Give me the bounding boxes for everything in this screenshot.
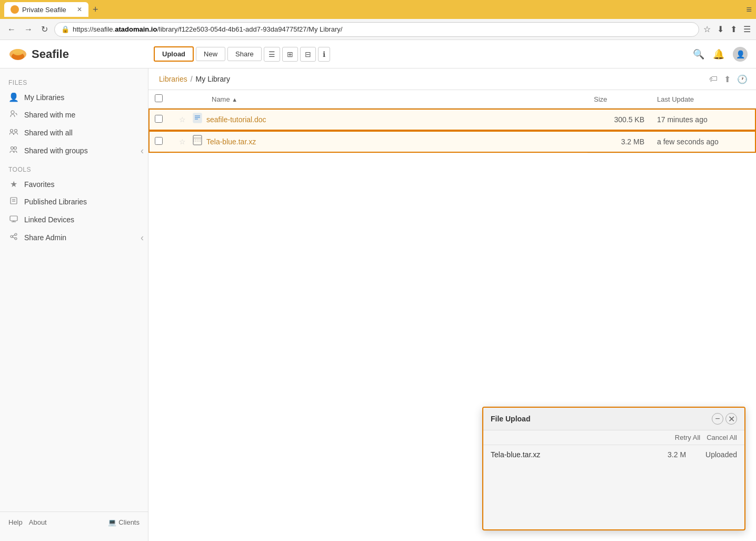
file-table: Name ▲ Size Last Update ☆ bbox=[148, 90, 756, 153]
svg-point-14 bbox=[11, 235, 13, 238]
upload-button[interactable]: Upload bbox=[154, 46, 194, 62]
svg-rect-23 bbox=[193, 135, 202, 145]
sidebar-item-share-admin[interactable]: Share Admin bbox=[0, 229, 148, 247]
svg-line-17 bbox=[13, 235, 15, 236]
svg-point-7 bbox=[14, 147, 17, 150]
svg-rect-8 bbox=[11, 198, 17, 204]
sidebar-content: Files 👤 My Libraries Sh bbox=[0, 77, 148, 251]
new-tab-button[interactable]: + bbox=[93, 4, 98, 15]
upload-file-row: Tela-blue.tar.xz 3.2 M Uploaded bbox=[483, 445, 744, 464]
browser-menu-icon[interactable]: ≡ bbox=[746, 4, 752, 15]
svg-point-15 bbox=[15, 233, 17, 235]
history-icon[interactable]: 🕐 bbox=[737, 74, 748, 84]
svg-point-4 bbox=[11, 130, 13, 132]
grid-view-button[interactable]: ⊞ bbox=[282, 47, 298, 62]
app-logo-text: Seafile bbox=[32, 47, 69, 61]
doc-file-icon bbox=[193, 113, 202, 126]
notifications-icon[interactable]: 🔔 bbox=[713, 48, 724, 60]
bookmark-icon[interactable]: ☆ bbox=[703, 24, 711, 34]
address-bar[interactable]: 🔒 https://seafile.atadomain.io/library/f… bbox=[54, 22, 699, 37]
size-column-header: Size bbox=[588, 90, 651, 109]
upload-dialog: File Upload − ✕ Retry All Cancel All Tel… bbox=[482, 407, 745, 530]
help-link[interactable]: Help bbox=[8, 518, 23, 526]
seafile-logo-icon bbox=[8, 45, 27, 64]
sidebar-item-published-libraries[interactable]: Published Libraries bbox=[0, 193, 148, 211]
my-libraries-label: My Libraries bbox=[24, 93, 64, 102]
tab-close-btn[interactable]: ✕ bbox=[77, 6, 82, 13]
shared-with-me-icon bbox=[8, 110, 19, 120]
tools-section: Tools ★ Favorites Publis bbox=[0, 164, 148, 247]
sidebar-bottom: Help About 💻 Clients bbox=[0, 512, 148, 533]
about-link[interactable]: About bbox=[29, 518, 47, 526]
share-admin-icon bbox=[8, 232, 19, 243]
column-view-button[interactable]: ⊟ bbox=[300, 47, 316, 62]
select-all-checkbox[interactable] bbox=[155, 94, 163, 102]
share-admin-collapse-btn[interactable]: ‹ bbox=[141, 232, 144, 243]
user-avatar[interactable]: 👤 bbox=[733, 47, 748, 62]
clients-label: Clients bbox=[118, 518, 140, 526]
app-header: Seafile Upload New Share ☰ ⊞ ⊟ ℹ 🔍 🔔 👤 bbox=[0, 40, 756, 68]
file-size-0: 300.5 KB bbox=[588, 109, 651, 131]
new-button[interactable]: New bbox=[196, 47, 225, 61]
app-logo: Seafile bbox=[8, 45, 145, 64]
my-libraries-icon: 👤 bbox=[8, 92, 19, 102]
search-icon[interactable]: 🔍 bbox=[693, 48, 704, 60]
cancel-all-button[interactable]: Cancel All bbox=[707, 434, 737, 441]
shared-with-groups-label: Shared with groups bbox=[24, 146, 88, 155]
file-name-0[interactable]: seafile-tutorial.doc bbox=[206, 115, 266, 124]
sidebar-item-share-admin-wrapper: Share Admin ‹ bbox=[0, 229, 148, 247]
sidebar-item-shared-with-groups[interactable]: Shared with groups bbox=[0, 142, 148, 160]
file-name-1[interactable]: Tela-blue.tar.xz bbox=[206, 137, 256, 146]
sidebar-item-linked-devices[interactable]: Linked Devices bbox=[0, 211, 148, 229]
back-button[interactable]: ← bbox=[5, 23, 18, 36]
sidebar-collapse-btn[interactable]: ‹ bbox=[141, 145, 144, 156]
share-admin-label: Share Admin bbox=[24, 233, 66, 242]
forward-button[interactable]: → bbox=[22, 23, 35, 36]
name-column-header: Name ▲ bbox=[170, 90, 588, 109]
file-checkbox-0[interactable] bbox=[155, 115, 163, 123]
breadcrumb-separator: / bbox=[191, 75, 193, 83]
files-heading: Files bbox=[0, 77, 148, 88]
star-icon-0[interactable]: ☆ bbox=[176, 115, 188, 124]
upload-icon[interactable]: ⬆ bbox=[724, 74, 731, 84]
browser-tab[interactable]: Private Seafile ✕ bbox=[4, 2, 88, 17]
sidebar-item-shared-with-all[interactable]: Shared with all bbox=[0, 124, 148, 142]
share-button[interactable]: Share bbox=[227, 47, 262, 61]
url-display: https://seafile.atadomain.io/library/f12… bbox=[73, 25, 342, 33]
reload-button[interactable]: ↻ bbox=[39, 22, 50, 36]
upload-file-size: 3.2 M bbox=[668, 450, 699, 459]
clients-button[interactable]: 💻 Clients bbox=[108, 518, 140, 526]
share-icon[interactable]: ⬆ bbox=[730, 24, 737, 34]
upload-dialog-actions: Retry All Cancel All bbox=[483, 430, 744, 445]
sidebar-item-shared-with-me[interactable]: Shared with me bbox=[0, 106, 148, 124]
tag-icon[interactable]: 🏷 bbox=[709, 74, 718, 84]
upload-dialog-controls: − ✕ bbox=[712, 413, 737, 425]
date-column-header: Last Update bbox=[651, 90, 756, 109]
svg-point-16 bbox=[15, 238, 17, 240]
shared-with-groups-icon bbox=[8, 145, 19, 156]
sidebar-item-favorites[interactable]: ★ Favorites bbox=[0, 175, 148, 193]
upload-dialog-title: File Upload bbox=[491, 415, 530, 423]
file-size-1: 3.2 MB bbox=[588, 131, 651, 153]
pocket-icon[interactable]: ⬇ bbox=[717, 24, 724, 34]
file-checkbox-1[interactable] bbox=[155, 137, 163, 145]
breadcrumb-current: My Library bbox=[196, 75, 230, 83]
published-libraries-icon bbox=[8, 196, 19, 207]
svg-point-3 bbox=[11, 111, 14, 114]
file-date-0: 17 minutes ago bbox=[651, 109, 756, 131]
retry-all-button[interactable]: Retry All bbox=[675, 434, 700, 441]
upload-minimize-button[interactable]: − bbox=[712, 413, 723, 425]
table-row: ☆ seafile-tutorial.doc bbox=[148, 109, 756, 131]
list-view-button[interactable]: ☰ bbox=[264, 47, 280, 62]
shared-with-all-label: Shared with all bbox=[24, 129, 73, 137]
sidebar-item-my-libraries[interactable]: 👤 My Libraries bbox=[0, 88, 148, 106]
upload-close-button[interactable]: ✕ bbox=[725, 413, 737, 425]
libraries-link[interactable]: Libraries bbox=[159, 75, 187, 83]
sidebar-item-shared-with-groups-wrapper: Shared with groups ‹ bbox=[0, 142, 148, 160]
breadcrumb-actions: 🏷 ⬆ 🕐 bbox=[709, 74, 756, 84]
browser-options-icon[interactable]: ☰ bbox=[743, 24, 751, 34]
shared-with-all-icon bbox=[8, 127, 19, 138]
sidebar: Files 👤 My Libraries Sh bbox=[0, 68, 148, 541]
star-icon-1[interactable]: ☆ bbox=[176, 137, 188, 146]
info-button[interactable]: ℹ bbox=[318, 47, 330, 62]
